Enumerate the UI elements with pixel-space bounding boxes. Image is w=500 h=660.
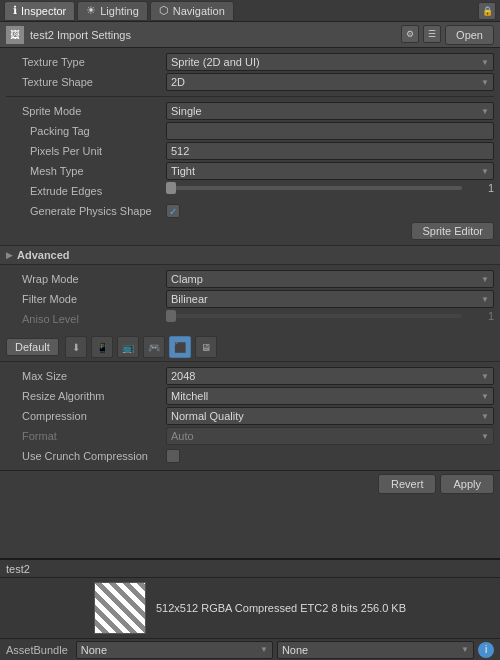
wrap-mode-value: Clamp	[171, 273, 203, 285]
compression-label: Compression	[6, 410, 166, 422]
chevron-down-icon: ▼	[481, 167, 489, 176]
lighting-icon: ☀	[86, 4, 96, 17]
generate-physics-checkbox[interactable]: ✓	[166, 204, 180, 218]
sprite-mode-value: Single	[171, 105, 202, 117]
tab-lighting[interactable]: ☀ Lighting	[77, 1, 148, 21]
aniso-level-slider[interactable]	[166, 314, 462, 318]
format-dropdown[interactable]: Auto ▼	[166, 427, 494, 445]
settings-icon[interactable]: ⚙	[401, 25, 419, 43]
asset-bundle-value2: None	[282, 644, 308, 656]
platform-default-label[interactable]: Default	[6, 338, 59, 356]
advanced-section: Wrap Mode Clamp ▼ Filter Mode Bilinear ▼…	[0, 265, 500, 333]
chevron-down-icon: ▼	[260, 645, 268, 654]
texture-type-dropdown[interactable]: Sprite (2D and UI) ▼	[166, 53, 494, 71]
tab-navigation[interactable]: ⬡ Navigation	[150, 1, 234, 21]
revert-button[interactable]: Revert	[378, 474, 436, 494]
mesh-type-row: Mesh Type Tight ▼	[6, 161, 494, 181]
max-size-dropdown[interactable]: 2048 ▼	[166, 367, 494, 385]
collapse-icon: ▶	[6, 250, 13, 260]
chevron-down-icon: ▼	[481, 392, 489, 401]
chevron-down-icon: ▼	[481, 275, 489, 284]
pixels-per-unit-label: Pixels Per Unit	[6, 145, 166, 157]
preview-area: test2 512x512 RGBA Compressed ETC2 8 bit…	[0, 558, 500, 638]
info-icon[interactable]: i	[478, 642, 494, 658]
lock-icon[interactable]: 🔒	[478, 2, 496, 20]
tab-lighting-label: Lighting	[100, 5, 139, 17]
tab-navigation-label: Navigation	[173, 5, 225, 17]
compression-value: Normal Quality	[171, 410, 244, 422]
apply-button[interactable]: Apply	[440, 474, 494, 494]
tab-inspector[interactable]: ℹ Inspector	[4, 1, 75, 21]
chevron-down-icon: ▼	[461, 645, 469, 654]
chevron-down-icon: ▼	[481, 412, 489, 421]
chevron-down-icon: ▼	[481, 58, 489, 67]
extrude-edges-value: 1	[466, 182, 494, 194]
resize-row: Resize Algorithm Mitchell ▼	[6, 386, 494, 406]
main-content: Texture Type Sprite (2D and UI) ▼ Textur…	[0, 48, 500, 558]
filter-mode-label: Filter Mode	[6, 293, 166, 305]
crunch-label: Use Crunch Compression	[6, 450, 166, 462]
filter-mode-dropdown[interactable]: Bilinear ▼	[166, 290, 494, 308]
packing-tag-input[interactable]	[166, 122, 494, 140]
platform-icon-windows[interactable]: ⬛	[169, 336, 191, 358]
navigation-icon: ⬡	[159, 4, 169, 17]
wrap-mode-label: Wrap Mode	[6, 273, 166, 285]
platform-icons: ⬇ 📱 📺 🎮 ⬛ 🖥	[65, 336, 217, 358]
preview-title: test2	[0, 560, 500, 578]
crunch-checkbox[interactable]: ✓	[166, 449, 180, 463]
platform-icon-web[interactable]: 🖥	[195, 336, 217, 358]
platform-icon-tv[interactable]: 📺	[117, 336, 139, 358]
max-size-value: 2048	[171, 370, 195, 382]
advanced-section-header[interactable]: ▶ Advanced	[0, 245, 500, 265]
texture-shape-dropdown[interactable]: 2D ▼	[166, 73, 494, 91]
header-title: test2 Import Settings	[30, 29, 401, 41]
asset-bundle-dropdown1[interactable]: None ▼	[76, 641, 273, 659]
menu-icon[interactable]: ☰	[423, 25, 441, 43]
asset-bundle-dropdown2[interactable]: None ▼	[277, 641, 474, 659]
texture-section: Texture Type Sprite (2D and UI) ▼ Textur…	[0, 48, 500, 245]
extrude-edges-slider[interactable]	[166, 186, 462, 190]
platform-icon-gamepad[interactable]: 🎮	[143, 336, 165, 358]
pixels-per-unit-input[interactable]	[166, 142, 494, 160]
platform-icon-download[interactable]: ⬇	[65, 336, 87, 358]
sprite-mode-row: Sprite Mode Single ▼	[6, 101, 494, 121]
mesh-type-value: Tight	[171, 165, 195, 177]
sprite-mode-label: Sprite Mode	[6, 105, 166, 117]
file-icon: 🖼	[6, 26, 24, 44]
extrude-edges-row: Extrude Edges 1	[6, 181, 494, 201]
texture-type-value: Sprite (2D and UI)	[171, 56, 260, 68]
advanced-header-label: Advanced	[17, 249, 70, 261]
resize-value: Mitchell	[171, 390, 208, 402]
generate-physics-row: Generate Physics Shape ✓	[6, 201, 494, 221]
resize-dropdown[interactable]: Mitchell ▼	[166, 387, 494, 405]
bottom-actions: Revert Apply	[0, 470, 500, 497]
sprite-editor-row: Sprite Editor	[6, 221, 494, 241]
chevron-down-icon: ▼	[481, 432, 489, 441]
texture-shape-label: Texture Shape	[6, 76, 166, 88]
format-label: Format	[6, 430, 166, 442]
resize-label: Resize Algorithm	[6, 390, 166, 402]
texture-shape-row: Texture Shape 2D ▼	[6, 72, 494, 92]
texture-shape-value: 2D	[171, 76, 185, 88]
header-bar: 🖼 test2 Import Settings ⚙ ☰ Open	[0, 22, 500, 48]
aniso-level-label: Aniso Level	[6, 313, 166, 325]
asset-bundle-value1: None	[81, 644, 107, 656]
mesh-type-dropdown[interactable]: Tight ▼	[166, 162, 494, 180]
sprite-mode-dropdown[interactable]: Single ▼	[166, 102, 494, 120]
crunch-row: Use Crunch Compression ✓	[6, 446, 494, 466]
tab-inspector-label: Inspector	[21, 5, 66, 17]
packing-tag-label: Packing Tag	[6, 125, 166, 137]
open-button[interactable]: Open	[445, 25, 494, 45]
asset-bundle-row: AssetBundle None ▼ None ▼ i	[0, 638, 500, 660]
chevron-down-icon: ▼	[481, 107, 489, 116]
compression-dropdown[interactable]: Normal Quality ▼	[166, 407, 494, 425]
override-section: Max Size 2048 ▼ Resize Algorithm Mitchel…	[0, 362, 500, 470]
extrude-edges-label: Extrude Edges	[6, 185, 166, 197]
format-value: Auto	[171, 430, 194, 442]
wrap-mode-dropdown[interactable]: Clamp ▼	[166, 270, 494, 288]
max-size-row: Max Size 2048 ▼	[6, 366, 494, 386]
pixels-per-unit-row: Pixels Per Unit	[6, 141, 494, 161]
aniso-level-row: Aniso Level 1	[6, 309, 494, 329]
sprite-editor-button[interactable]: Sprite Editor	[411, 222, 494, 240]
platform-icon-mobile[interactable]: 📱	[91, 336, 113, 358]
